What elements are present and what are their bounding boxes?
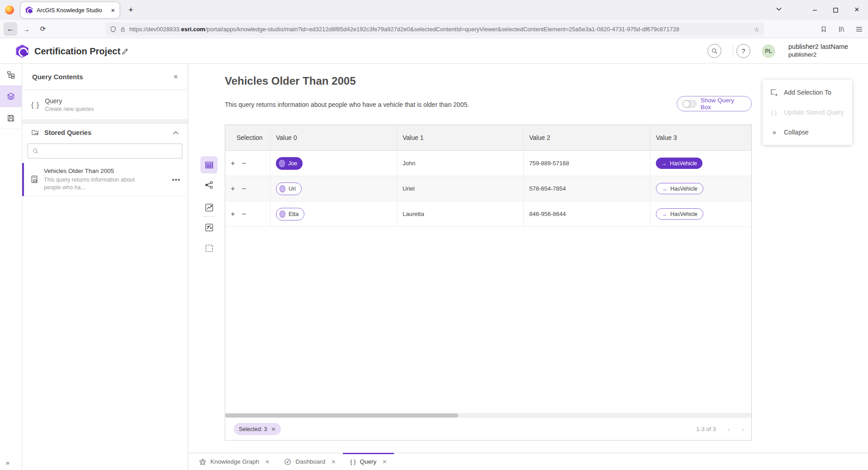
view-map-button[interactable] [204,222,214,233]
table-empty-area [225,227,751,413]
column-header-value0: Value 0 [270,125,397,150]
cell-value2: 846-956-8644 [524,201,650,226]
back-button[interactable]: ← [4,22,17,36]
add-to-selection-button[interactable]: + [231,211,235,218]
rail-data-model-button[interactable] [0,64,22,86]
toggle-knob [683,100,690,108]
rail-layers-button[interactable] [0,86,22,107]
add-to-selection-button[interactable]: + [231,185,235,192]
results-table: Selection Value 0 Value 1 Value 2 Value … [225,125,752,441]
add-to-selection-button[interactable]: + [231,160,235,167]
entity-pill[interactable]: Uri [276,182,302,195]
new-tab-button[interactable]: + [128,6,133,14]
query-item-subtitle: Create new queries [45,106,94,112]
clear-selection-icon[interactable]: ✕ [271,426,276,432]
arrow-icon: → [662,211,667,217]
entity-pill[interactable]: Joe [276,157,303,170]
tab-dashboard[interactable]: Dashboard ✕ [277,453,343,470]
library-icon[interactable] [835,22,848,36]
browser-tab[interactable]: ArcGIS Knowledge Studio × [21,2,119,18]
table-row: +− Etta Lauretta 846-956-8644 →HasVehicl… [225,201,751,227]
remove-from-selection-button[interactable]: − [242,185,246,192]
tab-close-icon[interactable]: ✕ [265,459,270,465]
entity-icon [280,211,285,218]
user-menu[interactable]: publisher2 lastName publisher2 [788,43,848,58]
tab-knowledge-graph[interactable]: Knowledge Graph ✕ [192,453,277,470]
selected-count-badge[interactable]: Selected: 3 ✕ [234,423,281,435]
view-table-button[interactable] [200,156,218,173]
url-text[interactable]: https://dev0028833.esri.com/portal/apps/… [129,26,750,33]
project-title: Certification Project [34,38,120,64]
page-info: 1-3 of 3 [696,426,716,432]
user-name: publisher2 lastName [788,43,848,50]
query-item-title: Query [45,97,94,105]
menu-item-collapse[interactable]: » Collapse [763,122,852,142]
chevron-up-icon[interactable] [173,131,179,135]
pagination: 1-3 of 3 ‹ › [696,425,744,433]
new-query-item[interactable]: { } Query Create new queries [22,90,188,120]
rail-save-button[interactable] [0,107,22,129]
url-bar[interactable]: https://dev0028833.esri.com/portal/apps/… [105,23,764,36]
column-header-selection: Selection [225,125,270,150]
stored-query-item[interactable]: Vehicles Older Than 2005 This query retu… [22,163,188,197]
relationship-pill[interactable]: →HasVehicle [656,183,703,194]
window-minimize-button[interactable]: – [813,6,817,14]
braces-icon: { } [31,101,39,109]
query-contents-panel: Query Contents × { } Query Create new qu… [22,64,188,470]
stored-query-description: This query returns information aboutpeop… [44,176,135,192]
tab-list-chevron-icon[interactable] [776,7,782,11]
scrollbar-thumb[interactable] [225,413,458,417]
tab-close-icon[interactable]: ✕ [382,459,387,465]
view-link-chart-button[interactable] [204,179,214,190]
menu-hamburger-icon[interactable] [852,22,866,36]
knowledge-graph-icon [199,458,206,465]
window-maximize-button[interactable] [833,8,838,13]
edit-project-icon[interactable] [121,48,129,55]
toggle-switch[interactable] [683,100,697,108]
tab-close-icon[interactable]: ✕ [331,459,336,465]
dashboard-icon [284,458,291,465]
relationship-pill[interactable]: →HasVehicle [656,208,703,220]
relationship-pill[interactable]: →HasVehicle [656,158,702,169]
show-query-box-label: Show Query Box [701,97,746,110]
stored-queries-header[interactable]: Stored Queries [22,124,188,142]
column-header-value1: Value 1 [397,125,524,150]
left-rail: » [0,64,22,470]
stored-query-icon [30,175,38,183]
panel-header: Query Contents × [22,64,188,90]
browser-titlebar: ArcGIS Knowledge Studio × + – × [0,0,868,20]
remove-from-selection-button[interactable]: − [242,211,246,218]
avatar[interactable]: PL [762,44,775,58]
forward-button[interactable]: → [19,22,33,36]
tab-close-icon[interactable]: × [111,7,115,14]
search-button[interactable] [707,44,721,58]
firefox-icon[interactable] [5,5,14,14]
view-chart-button[interactable] [204,202,214,213]
panel-spacer [22,120,188,124]
lock-icon[interactable] [120,26,126,33]
cell-value1: Uriel [397,176,524,201]
horizontal-scrollbar[interactable] [225,413,751,418]
remove-from-selection-button[interactable]: − [242,160,246,167]
stored-queries-search[interactable] [28,144,182,158]
search-input[interactable] [43,148,177,154]
expand-rail-button[interactable]: » [6,459,9,466]
save-to-pocket-icon[interactable] [817,22,830,36]
selection-tools-button[interactable] [204,243,214,254]
stored-query-overflow-menu[interactable]: ••• [172,176,180,183]
window-close-button[interactable]: × [854,5,859,14]
add-selection-icon [770,89,778,96]
arrow-icon: → [662,186,667,192]
shield-icon[interactable] [110,26,116,33]
stored-query-title: Vehicles Older Than 2005 [44,168,135,174]
entity-pill[interactable]: Etta [276,208,304,221]
reload-button[interactable]: ⟳ [36,22,50,36]
menu-item-add-selection-to[interactable]: Add Selection To [763,82,852,102]
bookmark-star-icon[interactable]: ☆ [754,26,759,33]
show-query-box-toggle[interactable]: Show Query Box [677,96,752,111]
help-button[interactable]: ? [736,44,750,58]
tab-query[interactable]: { } Query ✕ [343,453,394,470]
table-row: +− Joe John 759-889-57168 →HasVehicle [225,151,751,176]
braces-icon: { } [770,109,778,116]
panel-close-icon[interactable]: × [174,73,178,81]
